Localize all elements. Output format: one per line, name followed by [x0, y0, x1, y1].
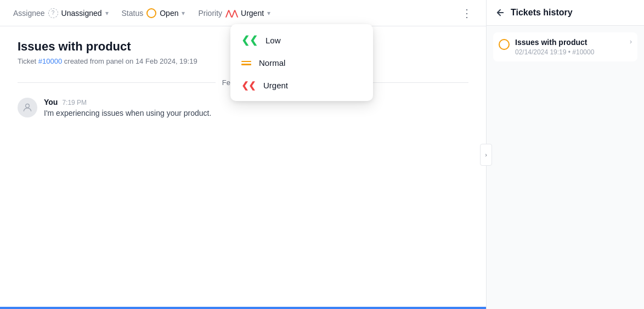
toolbar: Assignee ? Unassigned ▾ Status Open ▾ Pr… — [0, 0, 486, 26]
message-text: I'm experiencing issues when using your … — [44, 109, 468, 117]
priority-dropdown: ❮❮ Low Normal ❮❮ Urgent — [230, 24, 373, 101]
status-label: Status — [122, 9, 144, 18]
priority-label: Priority — [198, 9, 222, 18]
side-panel-title: Tickets history — [511, 8, 573, 18]
assignee-label: Assignee — [13, 9, 45, 18]
priority-value: Urgent — [241, 9, 264, 18]
collapse-panel-button[interactable]: › — [480, 144, 492, 166]
history-item-chevron-icon: › — [630, 38, 632, 46]
ticket-meta-prefix: Ticket — [18, 57, 38, 65]
date-divider-line-left — [18, 82, 216, 83]
status-filter[interactable]: Status Open ▾ — [117, 6, 190, 20]
side-panel-header: Tickets history — [487, 0, 644, 26]
side-panel-content: Issues with product 02/14/2024 19:19 • #… — [487, 26, 644, 68]
priority-urgent-icon: ⋀⋀ — [225, 9, 238, 17]
svg-point-0 — [26, 104, 30, 108]
status-value: Open — [160, 9, 178, 18]
urgent-priority-icon: ❮❮ — [241, 81, 256, 90]
normal-priority-icon — [241, 61, 251, 65]
history-item-meta: 02/14/2024 19:19 • #10000 — [515, 48, 624, 56]
side-panel: › Tickets history Issues with product 02… — [486, 0, 644, 309]
history-item-title: Issues with product — [515, 38, 624, 47]
priority-filter[interactable]: Priority ⋀⋀ Urgent ▾ — [194, 7, 275, 20]
back-button[interactable] — [495, 8, 505, 18]
assignee-chevron-icon: ▾ — [105, 9, 109, 17]
avatar — [18, 98, 37, 117]
message-time: 7:19 PM — [62, 99, 87, 106]
urgent-priority-label: Urgent — [263, 81, 288, 90]
bottom-bar — [0, 307, 486, 309]
assignee-value: Unassigned — [61, 9, 102, 18]
priority-option-urgent[interactable]: ❮❮ Urgent — [230, 74, 373, 97]
priority-option-normal[interactable]: Normal — [230, 52, 373, 74]
assignee-filter[interactable]: Assignee ? Unassigned ▾ — [9, 6, 113, 20]
history-item[interactable]: Issues with product 02/14/2024 19:19 • #… — [493, 32, 637, 61]
ticket-meta-suffix: created from panel on 14 Feb 2024, 19:19 — [62, 57, 197, 65]
normal-priority-label: Normal — [259, 58, 285, 68]
assignee-icon: ? — [48, 8, 58, 18]
status-chevron-icon: ▾ — [182, 9, 185, 17]
more-options-button[interactable]: ⋮ — [457, 4, 477, 22]
low-priority-icon: ❮❮ — [241, 35, 258, 45]
priority-chevron-icon: ▾ — [267, 9, 270, 17]
message-author: You — [44, 98, 58, 106]
low-priority-label: Low — [265, 36, 281, 45]
history-item-body: Issues with product 02/14/2024 19:19 • #… — [515, 38, 624, 56]
status-open-icon — [146, 8, 156, 18]
priority-option-low[interactable]: ❮❮ Low — [230, 29, 373, 52]
main-area: Assignee ? Unassigned ▾ Status Open ▾ Pr… — [0, 0, 486, 309]
history-item-status-icon — [499, 39, 510, 50]
ticket-id: #10000 — [38, 57, 62, 65]
